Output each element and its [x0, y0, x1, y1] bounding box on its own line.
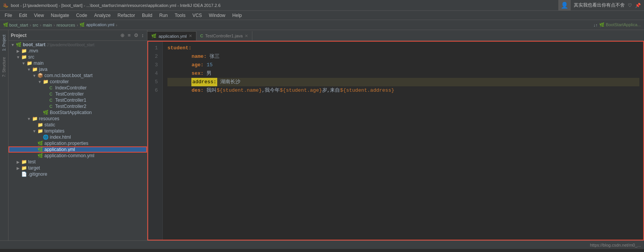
- code-line-3: age: 15: [167, 61, 639, 69]
- code-indent-6: [167, 86, 191, 95]
- tree-label-resources: resources: [39, 116, 147, 121]
- tree-item-controller[interactable]: ▼ 📁 controller: [8, 79, 147, 85]
- breadcrumb-boot-start[interactable]: boot_start: [9, 23, 28, 27]
- tree-item-test-controller[interactable]: C TestController: [8, 91, 147, 97]
- arrow-icon: ▼: [15, 55, 21, 59]
- project-tree: ▼ 🌿 boot_start J:\javademo\boot\boot_sta…: [8, 41, 147, 240]
- breadcrumb-file[interactable]: 🌿 application.yml: [79, 22, 114, 27]
- folder-icon: 📁: [21, 48, 27, 54]
- line-number-2: 2: [147, 52, 160, 61]
- tree-label-test-controller1: TestController1: [55, 97, 147, 103]
- tab-close-test-controller1[interactable]: ✕: [245, 34, 248, 39]
- code-line-6: des: 我叫${student.name},我今年${student.age}…: [167, 86, 639, 95]
- menu-view[interactable]: View: [31, 12, 47, 19]
- tree-item-mvn[interactable]: ▶ 📁 .mvn: [8, 48, 147, 54]
- tree-label-boot-start-application: BootStartApplication: [50, 110, 147, 115]
- panel-menu-btn[interactable]: ≡: [127, 32, 132, 38]
- arrow-icon: ▼: [37, 80, 42, 84]
- pin-icon: 📌: [635, 3, 641, 8]
- panel-collapse-btn[interactable]: ↕: [141, 32, 145, 38]
- project-icon: 🌿: [15, 42, 22, 47]
- tree-item-index-html[interactable]: 🌐 index.html: [8, 134, 147, 140]
- menu-vcs[interactable]: VCS: [189, 12, 205, 19]
- tree-item-app-properties[interactable]: 🌿 application.properties: [8, 140, 147, 146]
- tree-item-resources[interactable]: ▼ 📁 resources: [8, 116, 147, 122]
- tree-item-static[interactable]: 📁 static: [8, 122, 147, 128]
- breadcrumb-main[interactable]: main: [43, 23, 52, 27]
- yaml-key-name: name:: [191, 52, 206, 61]
- tree-item-templates[interactable]: ▼ 📁 templates: [8, 128, 147, 134]
- tree-item-boot-start-application[interactable]: 🌿 BootStartApplication: [8, 109, 147, 116]
- code-line-2: name: 张三: [167, 52, 639, 61]
- tree-item-package[interactable]: ▼ 📦 com.ncl.boot.boot_start: [8, 72, 147, 79]
- code-editor[interactable]: 1 2 3 4 5 6 student: name: 张三: [147, 41, 644, 240]
- tree-item-test-controller2[interactable]: C TestController2: [8, 103, 147, 109]
- panel-header: Project ⊕ ≡ ⚙ ↕: [8, 30, 147, 41]
- code-content[interactable]: student: name: 张三 age: 15 sex: 男: [163, 41, 644, 240]
- java-class-icon: C: [48, 86, 54, 90]
- tree-item-test[interactable]: ▶ 📁 test: [8, 159, 147, 165]
- tree-item-gitignore[interactable]: 📄 .gitignore: [8, 171, 147, 177]
- menu-window[interactable]: Window: [206, 12, 228, 19]
- panel-settings-btn[interactable]: ⚙: [133, 32, 139, 38]
- arrow-icon: ▶: [15, 160, 21, 164]
- menu-analyze[interactable]: Analyze: [91, 12, 114, 19]
- title-bar-text: 其实我也看出你有点不舍: [574, 2, 625, 8]
- yaml-template-age: ${student.age}: [280, 86, 322, 95]
- yaml-icon: 🌿: [37, 153, 43, 158]
- sidebar-tab-structure[interactable]: 7: Structure: [1, 54, 7, 80]
- status-bar: https://blog.csdn.net/m0_...: [0, 240, 644, 249]
- breadcrumb-right: ↓↑ 🌿 BootStartApplica...: [593, 22, 641, 27]
- tab-test-controller1[interactable]: C TestController1.java ✕: [196, 31, 252, 40]
- menu-help[interactable]: Help: [229, 12, 245, 19]
- main-layout: 1: Project 7: Structure Project ⊕ ≡ ⚙ ↕ …: [0, 30, 644, 240]
- arrow-icon: ▼: [10, 43, 15, 47]
- tree-label-app-yml: application.yml: [44, 147, 147, 152]
- tree-item-app-common-yml[interactable]: 🌿 application-common.yml: [8, 153, 147, 159]
- menu-navigate[interactable]: Navigate: [48, 12, 72, 19]
- yaml-val-sex: 男: [204, 69, 212, 78]
- tree-item-test-controller1[interactable]: C TestController1: [8, 97, 147, 103]
- code-line-1: student:: [167, 44, 639, 52]
- tree-label-src: src: [28, 54, 147, 60]
- menu-edit[interactable]: Edit: [16, 12, 30, 19]
- tab-close-application-yml[interactable]: ✕: [189, 34, 192, 39]
- folder-icon: 📁: [32, 67, 38, 72]
- line-number-5: 5: [147, 78, 160, 86]
- file-icon: 📄: [21, 171, 27, 177]
- tree-label-controller: controller: [50, 79, 147, 84]
- tree-item-app-yml[interactable]: 🌿 application.yml: [8, 146, 147, 153]
- folder-icon: 📁: [26, 60, 32, 66]
- breadcrumb-project-icon: 🌿: [3, 22, 8, 27]
- tree-item-index-controller[interactable]: C IndexController: [8, 85, 147, 91]
- menu-code[interactable]: Code: [73, 12, 90, 19]
- tree-item-target[interactable]: ▶ 📁 target: [8, 165, 147, 171]
- breadcrumb-src[interactable]: src: [33, 23, 39, 27]
- run-indicator: ↓↑: [593, 23, 598, 27]
- panel-add-btn[interactable]: ⊕: [120, 32, 125, 38]
- sidebar-tab-project[interactable]: 1: Project: [1, 32, 7, 54]
- app-icon: 🥾: [3, 3, 8, 8]
- tree-item-java[interactable]: ▼ 📁 java: [8, 66, 147, 72]
- tree-item-main[interactable]: ▼ 📁 main: [8, 60, 147, 66]
- yaml-val-des-text3: 岁,来自: [322, 86, 340, 95]
- tab-application-yml[interactable]: 🌿 application.yml ✕: [147, 31, 196, 40]
- panel-title: Project: [11, 33, 27, 38]
- code-indent-3: [167, 61, 191, 69]
- menu-file[interactable]: File: [2, 12, 15, 19]
- tree-item-boot-start[interactable]: ▼ 🌿 boot_start J:\javademo\boot\boot_sta…: [8, 42, 147, 48]
- tree-label-test: test: [28, 159, 147, 165]
- menu-run[interactable]: Run: [156, 12, 171, 19]
- status-right: https://blog.csdn.net/m0_...: [590, 243, 641, 247]
- boot-start-label[interactable]: 🌿 BootStartApplica...: [599, 22, 641, 27]
- code-indent-5: [167, 78, 191, 86]
- line-number-4: 4: [147, 69, 160, 78]
- tree-label-index-controller: IndexController: [55, 85, 147, 91]
- menu-refactor[interactable]: Refactor: [115, 12, 138, 19]
- menu-tools[interactable]: Tools: [172, 12, 189, 19]
- avatar: 👤: [558, 0, 571, 11]
- breadcrumb-resources[interactable]: resources: [56, 23, 75, 27]
- yaml-icon: 🌿: [37, 147, 43, 152]
- tree-item-src[interactable]: ▼ 📁 src: [8, 54, 147, 60]
- menu-build[interactable]: Build: [139, 12, 156, 19]
